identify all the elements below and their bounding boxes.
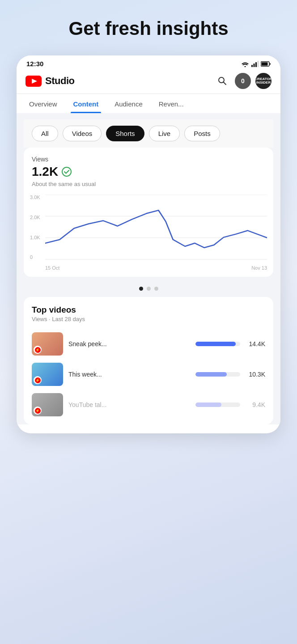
bar-container-3 (195, 402, 240, 407)
tab-revenue[interactable]: Reven... (151, 94, 192, 113)
header-actions: 0 CREATORINSIDER (214, 73, 272, 89)
main-content: All Videos Shorts Live Posts Views 1.2K (17, 113, 280, 424)
x-label-end: Nov 13 (251, 265, 267, 271)
svg-rect-0 (251, 65, 253, 67)
y-label-3k: 3.0K (30, 195, 40, 200)
signal-icon (251, 61, 259, 67)
views-chart-card: Views 1.2K About the same as usual 3.0K … (24, 148, 273, 277)
shorts-lightning-3: ⚡ (35, 409, 40, 413)
youtube-logo-icon (25, 76, 42, 87)
y-label-0: 0 (30, 254, 40, 260)
video-views-3: 9.4K (246, 401, 265, 408)
filter-pills: All Videos Shorts Live Posts (24, 119, 273, 148)
dot-3 (154, 287, 158, 291)
video-thumb-1: ⚡ (32, 332, 63, 356)
video-views-2: 10.3K (246, 371, 265, 378)
logo-area: Studio (25, 75, 74, 87)
x-label-start: 15 Oct (45, 265, 59, 271)
dot-1 (139, 287, 143, 291)
status-time: 12:30 (26, 60, 43, 68)
video-title-3: YouTube tal... (68, 401, 190, 408)
video-views-1: 14.4K (246, 340, 265, 347)
shorts-badge-3: ⚡ (34, 407, 42, 415)
svg-rect-3 (258, 61, 259, 67)
bar-container-2 (195, 372, 240, 377)
shorts-lightning-2: ⚡ (35, 378, 40, 382)
shorts-badge-inner-1: ⚡ (35, 347, 41, 353)
pill-posts[interactable]: Posts (184, 126, 220, 141)
chart-subtitle: About the same as usual (32, 181, 265, 187)
battery-icon (261, 61, 271, 67)
tab-overview[interactable]: Overview (21, 94, 65, 113)
shorts-badge-inner-3: ⚡ (35, 408, 41, 414)
chart-area: 3.0K 2.0K 1.0K 0 (30, 195, 267, 271)
video-thumb-2: ⚡ (32, 363, 63, 386)
svg-rect-5 (262, 62, 268, 65)
notifications-button[interactable]: 0 (235, 73, 251, 89)
avatar-label: CREATORINSIDER (255, 77, 272, 85)
svg-line-9 (224, 82, 226, 85)
video-row-3[interactable]: ⚡ YouTube tal... 9.4K (32, 390, 265, 420)
top-videos-title: Top videos (32, 305, 265, 315)
check-icon (62, 167, 72, 177)
studio-label: Studio (45, 75, 74, 87)
search-icon (217, 76, 227, 86)
shorts-badge-inner-2: ⚡ (35, 377, 41, 383)
page-headline: Get fresh insights (68, 18, 228, 39)
video-title-2: This week... (68, 371, 190, 378)
pill-all[interactable]: All (32, 126, 58, 141)
status-bar: 12:30 (17, 55, 280, 69)
top-videos-subtitle: Views · Last 28 days (32, 316, 265, 322)
video-title-1: Sneak peek... (68, 340, 190, 347)
top-videos-card: Top videos Views · Last 28 days ⚡ Sneak … (24, 297, 273, 424)
chart-x-labels: 15 Oct Nov 13 (45, 265, 267, 271)
dots-indicator (24, 281, 273, 297)
bar-fill-2 (195, 372, 227, 377)
chart-value-row: 1.2K (32, 165, 265, 179)
chart-value: 1.2K (32, 165, 58, 179)
bar-fill-3 (195, 402, 221, 407)
video-row-2[interactable]: ⚡ This week... 10.3K (32, 359, 265, 390)
shorts-badge-2: ⚡ (34, 376, 42, 384)
svg-rect-1 (254, 64, 255, 67)
bar-container-1 (195, 342, 240, 346)
search-button[interactable] (214, 73, 230, 89)
notif-count: 0 (241, 77, 245, 85)
chart-svg (45, 195, 267, 260)
y-label-2k: 2.0K (30, 215, 40, 220)
bar-fill-1 (195, 342, 236, 346)
shorts-badge-1: ⚡ (34, 346, 42, 354)
pill-live[interactable]: Live (149, 126, 180, 141)
chart-y-labels: 3.0K 2.0K 1.0K 0 (30, 195, 40, 260)
y-label-1k: 1.0K (30, 235, 40, 240)
video-row-1[interactable]: ⚡ Sneak peek... 14.4K (32, 329, 265, 359)
shorts-lightning-1: ⚡ (35, 348, 40, 352)
avatar-button[interactable]: CREATORINSIDER (255, 73, 272, 89)
dot-2 (147, 287, 151, 291)
wifi-icon (241, 61, 249, 67)
svg-rect-2 (255, 62, 257, 67)
phone-frame: 12:30 (17, 55, 280, 433)
tab-content[interactable]: Content (65, 94, 107, 113)
status-icons (241, 61, 271, 67)
chart-label: Views (32, 156, 265, 163)
tab-audience[interactable]: Audience (106, 94, 151, 113)
pill-shorts[interactable]: Shorts (106, 126, 144, 141)
svg-point-10 (62, 167, 71, 176)
video-thumb-3: ⚡ (32, 393, 63, 416)
app-header: Studio 0 CREATORINSIDER (17, 69, 280, 93)
nav-tabs: Overview Content Audience Reven... (17, 94, 280, 113)
pill-videos[interactable]: Videos (63, 126, 102, 141)
